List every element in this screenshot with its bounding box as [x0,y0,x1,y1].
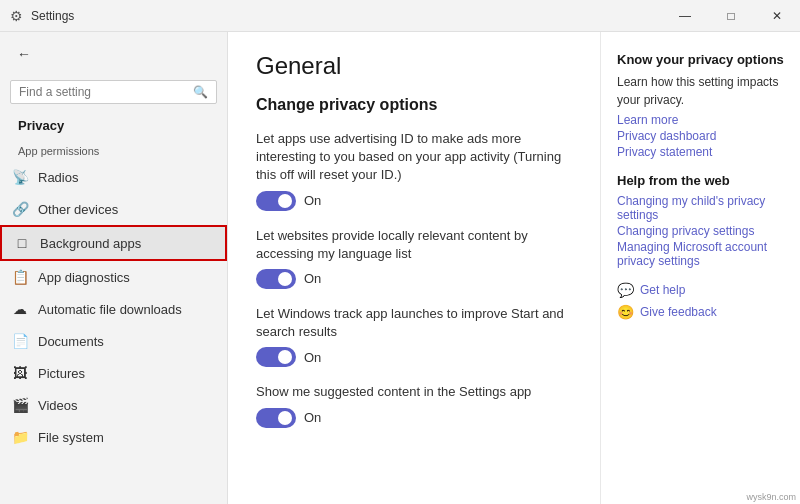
videos-icon: 🎬 [12,397,28,413]
section-title: Change privacy options [256,96,572,114]
sidebar-item-videos[interactable]: 🎬 Videos [0,389,227,421]
documents-label: Documents [38,334,104,349]
setting-suggested-content: Show me suggested content in the Setting… [256,383,572,427]
advertising-id-description: Let apps use advertising ID to make ads … [256,130,572,185]
setting-language-list: Let websites provide locally relevant co… [256,227,572,289]
search-box[interactable]: 🔍 [10,80,217,104]
back-button[interactable]: ← [10,40,38,68]
setting-advertising-id: Let apps use advertising ID to make ads … [256,130,572,211]
get-help-icon: 💬 [617,282,634,298]
radios-icon: 📡 [12,169,28,185]
search-icon: 🔍 [193,85,208,99]
advertising-id-toggle[interactable] [256,191,296,211]
manage-account-link[interactable]: Managing Microsoft account privacy setti… [617,240,784,268]
titlebar-controls: — □ ✕ [662,0,800,32]
sidebar-items-container: 📡 Radios 🔗 Other devices □ Background ap… [0,161,227,453]
help-web-title: Help from the web [617,173,784,188]
sidebar-item-other-devices[interactable]: 🔗 Other devices [0,193,227,225]
child-privacy-link[interactable]: Changing my child's privacy settings [617,194,784,222]
settings-list: Let apps use advertising ID to make ads … [256,130,572,428]
give-feedback-icon: 😊 [617,304,634,320]
maximize-button[interactable]: □ [708,0,754,32]
main-content: General Change privacy options Let apps … [228,32,600,504]
know-privacy-description: Learn how this setting impacts your priv… [617,73,784,109]
suggested-content-toggle-row: On [256,408,572,428]
right-panel: Know your privacy options Learn how this… [600,32,800,504]
give-feedback-link[interactable]: Give feedback [640,305,717,319]
help-actions: 💬 Get help 😊 Give feedback [617,282,784,320]
close-button[interactable]: ✕ [754,0,800,32]
app-launches-description: Let Windows track app launches to improv… [256,305,572,341]
sidebar-item-background-apps[interactable]: □ Background apps [0,225,227,261]
documents-icon: 📄 [12,333,28,349]
right-links: Learn morePrivacy dashboardPrivacy state… [617,113,784,159]
privacy-label: Privacy [0,112,227,137]
file-system-icon: 📁 [12,429,28,445]
titlebar-left: ⚙ Settings [10,8,74,24]
radios-label: Radios [38,170,78,185]
suggested-content-toggle-label: On [304,410,321,425]
language-list-toggle-label: On [304,271,321,286]
advertising-id-toggle-label: On [304,193,321,208]
automatic-downloads-label: Automatic file downloads [38,302,182,317]
language-list-description: Let websites provide locally relevant co… [256,227,572,263]
sidebar: ← 🔍 Privacy App permissions 📡 Radios 🔗 O… [0,32,228,504]
know-privacy-title: Know your privacy options [617,52,784,67]
app-permissions-label: App permissions [0,137,227,161]
titlebar: ⚙ Settings — □ ✕ [0,0,800,32]
app-container: ← 🔍 Privacy App permissions 📡 Radios 🔗 O… [0,32,800,504]
sidebar-item-app-diagnostics[interactable]: 📋 App diagnostics [0,261,227,293]
app-launches-toggle[interactable] [256,347,296,367]
language-list-toggle-row: On [256,269,572,289]
setting-app-launches: Let Windows track app launches to improv… [256,305,572,367]
advertising-id-toggle-row: On [256,191,572,211]
get-help-item[interactable]: 💬 Get help [617,282,784,298]
minimize-button[interactable]: — [662,0,708,32]
app-launches-toggle-row: On [256,347,572,367]
sidebar-item-file-system[interactable]: 📁 File system [0,421,227,453]
privacy-dashboard-link[interactable]: Privacy dashboard [617,129,784,143]
videos-label: Videos [38,398,78,413]
app-launches-toggle-label: On [304,350,321,365]
suggested-content-toggle[interactable] [256,408,296,428]
search-input[interactable] [19,85,187,99]
sidebar-item-pictures[interactable]: 🖼 Pictures [0,357,227,389]
background-apps-icon: □ [14,235,30,251]
privacy-statement-link[interactable]: Privacy statement [617,145,784,159]
pictures-label: Pictures [38,366,85,381]
other-devices-label: Other devices [38,202,118,217]
background-apps-label: Background apps [40,236,141,251]
suggested-content-description: Show me suggested content in the Setting… [256,383,572,401]
sidebar-item-automatic-downloads[interactable]: ☁ Automatic file downloads [0,293,227,325]
learn-more-link[interactable]: Learn more [617,113,784,127]
settings-icon: ⚙ [10,8,23,24]
changing-privacy-link[interactable]: Changing privacy settings [617,224,784,238]
give-feedback-item[interactable]: 😊 Give feedback [617,304,784,320]
other-devices-icon: 🔗 [12,201,28,217]
file-system-label: File system [38,430,104,445]
language-list-toggle[interactable] [256,269,296,289]
sidebar-item-documents[interactable]: 📄 Documents [0,325,227,357]
app-diagnostics-label: App diagnostics [38,270,130,285]
watermark: wysk9n.com [746,492,796,502]
pictures-icon: 🖼 [12,365,28,381]
help-links: Changing my child's privacy settingsChan… [617,194,784,268]
app-diagnostics-icon: 📋 [12,269,28,285]
page-title: General [256,52,572,80]
automatic-downloads-icon: ☁ [12,301,28,317]
get-help-link[interactable]: Get help [640,283,685,297]
sidebar-nav-top: ← [0,32,227,76]
titlebar-title: Settings [31,9,74,23]
sidebar-item-radios[interactable]: 📡 Radios [0,161,227,193]
